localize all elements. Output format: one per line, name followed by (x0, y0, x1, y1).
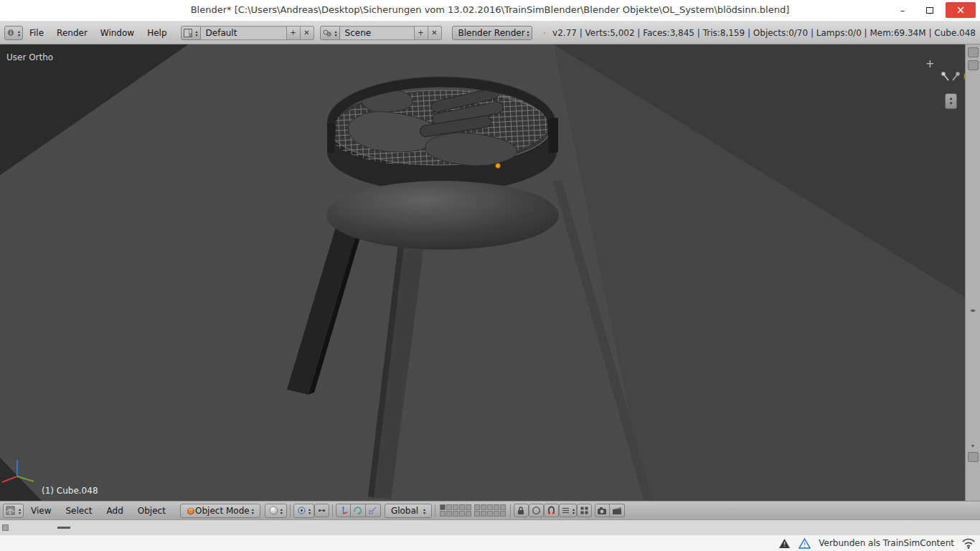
layer-toggle[interactable] (487, 511, 493, 517)
layer-toggle[interactable] (453, 511, 458, 517)
layer-toggle[interactable] (446, 504, 452, 510)
layer-toggle[interactable] (440, 504, 446, 510)
dropdown-arrows-icon: ▴▾ (19, 507, 21, 514)
opengl-render-anim-button[interactable] (610, 504, 625, 517)
rotate-manipulator-toggle[interactable] (351, 504, 366, 517)
dropdown-arrows-icon: ▴▾ (252, 507, 254, 514)
3d-viewport-canvas[interactable] (0, 44, 965, 501)
screen-layout-name-field[interactable]: Default (201, 26, 287, 40)
properties-tab-icon[interactable] (968, 452, 979, 462)
layer-toggle[interactable] (446, 511, 452, 517)
maximize-button[interactable] (918, 2, 941, 18)
snap-element-dropdown[interactable]: ▴▾ (559, 504, 577, 517)
warning-blue-icon[interactable]: ! (798, 538, 811, 549)
layer-toggle[interactable] (440, 511, 446, 517)
properties-tab-icon[interactable] (968, 60, 979, 70)
scene-name: Scene (345, 28, 372, 38)
transform-orientation-dropdown[interactable]: Global ▴▾ (385, 504, 432, 518)
scene-name-field[interactable]: Scene (340, 26, 415, 40)
layer-toggle[interactable] (466, 511, 471, 517)
pin-icon[interactable] (940, 70, 950, 82)
separator (510, 504, 511, 517)
scene-browse-button[interactable]: ▴▾ (320, 26, 340, 40)
render-engine-dropdown[interactable]: Blender Render ▴▾ (452, 26, 532, 40)
editor-type-button-info[interactable]: ▴▾ (4, 26, 23, 40)
snap-toggle[interactable] (544, 504, 559, 517)
properties-tab-icon[interactable] (968, 47, 979, 57)
timeline-strip[interactable] (0, 519, 980, 534)
layer-toggle[interactable] (474, 504, 480, 510)
separator (332, 504, 333, 517)
menu-render[interactable]: Render (50, 28, 94, 38)
lock-icon (517, 506, 525, 515)
info-header: ▴▾ File Render Window Help ▴▾ Default + … (0, 22, 980, 44)
menu-file[interactable]: File (23, 28, 50, 38)
layers-grid-2[interactable] (474, 504, 506, 517)
menu-object[interactable]: Object (131, 506, 173, 516)
properties-panel-collapsed[interactable]: ◂▸ ▾ (965, 44, 980, 501)
spinner-button[interactable]: ▴ ▾ (945, 93, 957, 109)
dropdown-arrows-icon: ▴▾ (423, 507, 425, 514)
layer-toggle[interactable] (474, 511, 480, 517)
window-titlebar: Blender* [C:\Users\Andreas\Desktop\Siche… (0, 0, 980, 22)
layer-toggle[interactable] (481, 504, 486, 510)
scale-icon (368, 506, 377, 515)
clapperboard-icon (612, 507, 622, 515)
warning-dark-icon[interactable]: ! (778, 538, 791, 549)
scale-manipulator-toggle[interactable] (366, 504, 381, 517)
layer-toggle[interactable] (459, 511, 465, 517)
layer-toggle[interactable] (481, 511, 486, 517)
translate-manipulator-toggle[interactable] (336, 504, 351, 517)
info-editor-icon (7, 28, 14, 37)
menu-select[interactable]: Select (59, 506, 100, 516)
menu-view[interactable]: View (24, 506, 58, 516)
scene-add-button[interactable]: + (415, 26, 428, 40)
layers-grid-1[interactable] (440, 504, 471, 517)
scene-lock-toggle[interactable] (514, 504, 529, 517)
screen-layout-browse-button[interactable]: ▴▾ (181, 26, 201, 40)
editor-type-button-3dview[interactable]: ▴▾ (3, 504, 24, 518)
mode-dropdown[interactable]: Object Mode ▴▾ (180, 504, 260, 518)
viewport-shading-dropdown[interactable]: ▴▾ (265, 504, 287, 518)
screen-layout-delete-button[interactable]: ✕ (301, 26, 314, 40)
layer-toggle[interactable] (500, 511, 506, 517)
layer-toggle[interactable] (487, 504, 493, 510)
rotate-icon (353, 506, 362, 515)
3d-viewport[interactable]: User Ortho (1) Cube.048 + ▴ ▾ (0, 44, 965, 501)
scene-statistics: v2.77 | Verts:5,002 | Faces:3,845 | Tris… (552, 28, 976, 38)
layer-toggle[interactable] (459, 504, 465, 510)
menu-help[interactable]: Help (141, 28, 173, 38)
wifi-icon[interactable] (962, 538, 975, 549)
opengl-render-still-button[interactable] (595, 504, 610, 517)
minimize-button[interactable]: – (891, 2, 914, 18)
timeline-mark (57, 527, 70, 529)
screen-layout-add-button[interactable]: + (287, 26, 301, 40)
layer-toggle[interactable] (453, 504, 458, 510)
dropdown-arrows-icon: ▴▾ (196, 29, 198, 37)
menu-add[interactable]: Add (100, 506, 131, 516)
open-sidebar-button[interactable]: + (925, 57, 935, 70)
pin-icon[interactable] (951, 70, 961, 82)
manipulate-center-points-toggle[interactable] (314, 504, 329, 517)
scene-delete-button[interactable]: ✕ (428, 26, 442, 40)
scene-icon (323, 29, 331, 37)
minimize-icon: – (900, 5, 905, 16)
close-button[interactable]: × (946, 2, 976, 18)
render-passes-button[interactable] (577, 504, 592, 517)
pivot-point-dropdown[interactable]: ▴▾ (293, 504, 314, 518)
layer-toggle[interactable] (500, 504, 506, 510)
layer-toggle[interactable] (466, 504, 471, 510)
collapse-arrow-icon[interactable]: ▾ (966, 443, 980, 449)
scroll-arrows-icon[interactable]: ◂▸ (966, 307, 980, 314)
view-name-label: User Ortho (6, 52, 53, 62)
layer-toggle[interactable] (494, 504, 499, 510)
close-icon: × (956, 4, 966, 17)
viewport-header: ▴▾ View Select Add Object Object Mode ▴▾… (0, 501, 980, 519)
layer-toggle[interactable] (494, 511, 499, 517)
snap-increment-icon (561, 506, 570, 515)
screen-layout-selector: ▴▾ Default + ✕ (181, 26, 314, 40)
blender-logo-icon (544, 27, 546, 39)
menu-window[interactable]: Window (94, 28, 141, 38)
proportional-edit-dropdown[interactable] (529, 504, 544, 517)
dropdown-arrows-icon: ▴▾ (18, 29, 20, 37)
